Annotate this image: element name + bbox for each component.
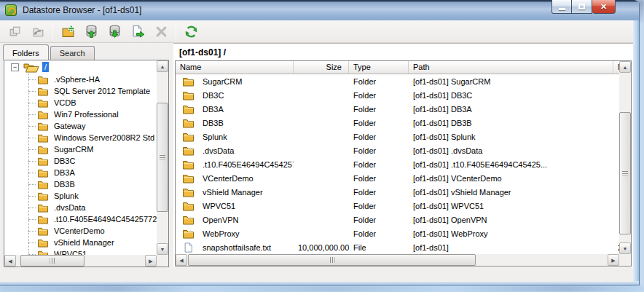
tree-item[interactable]: Win7 Professional [4, 108, 157, 120]
tree-item[interactable]: Gateway [4, 120, 157, 132]
tree-item[interactable]: VCDB [4, 97, 157, 108]
upload-to-datastore-button[interactable] [81, 22, 101, 41]
tree-item[interactable]: .dvsData [4, 202, 157, 213]
type-cell: Folder [349, 133, 409, 141]
tree-connector [28, 242, 36, 243]
tree-item[interactable]: vShield Manager [4, 237, 157, 248]
list-hscrollbar-thumb[interactable] [188, 254, 476, 266]
list-horizontal-scrollbar[interactable]: ◀ ▶ [176, 254, 619, 266]
scroll-up-button[interactable]: ▲ [619, 61, 631, 73]
refresh-button[interactable] [181, 22, 201, 41]
desktop-background: Datastore Browser - [of1-ds01] ✕ [0, 0, 644, 292]
scroll-right-button[interactable]: ▶ [145, 255, 157, 267]
tree-connector [28, 138, 36, 138]
tree-item-root[interactable]: − / [4, 60, 157, 74]
scroll-up-button[interactable]: ▲ [157, 60, 168, 72]
path-cell: [of1-ds01] DB3A [409, 105, 613, 114]
tree-item-label: WPVC51 [52, 250, 88, 255]
list-row[interactable]: OpenVPNFolder[of1-ds01] OpenVPN [176, 213, 619, 226]
folder-icon [37, 122, 49, 131]
tree-item[interactable]: Splunk [4, 190, 157, 202]
folder-icon [182, 118, 195, 128]
path-cell: [of1-ds01] VCenterDemo [409, 174, 613, 183]
file-name-cell: OpenVPN [176, 215, 294, 225]
path-cell: [of1-ds01] .t10.F405E46494C45425... [409, 160, 613, 169]
list-scrollbar-thumb[interactable] [619, 112, 631, 234]
list-row[interactable]: DB3BFolder[of1-ds01] DB3B [176, 116, 619, 130]
tab-folders[interactable]: Folders [3, 44, 49, 60]
taskbar-blur [0, 285, 644, 292]
list-row[interactable]: vShield ManagerFolder[of1-ds01] vShield … [176, 185, 619, 199]
move-to-button[interactable] [28, 22, 48, 41]
folder-icon [37, 110, 49, 119]
list-vertical-scrollbar[interactable]: ▲ ▼ [619, 61, 631, 254]
tree-item[interactable]: DB3B [4, 178, 157, 190]
title-bar[interactable]: Datastore Browser - [of1-ds01] ✕ [0, 0, 639, 20]
tree-item[interactable]: SQL Server 2012 Template [4, 85, 157, 97]
tree-item[interactable]: SugarCRM [4, 143, 157, 155]
column-header-name[interactable]: Name [176, 61, 294, 74]
folder-icon [182, 201, 195, 211]
copy-button[interactable] [4, 22, 25, 41]
scroll-down-button[interactable]: ▼ [619, 242, 631, 254]
close-button[interactable]: ✕ [592, 0, 616, 14]
list-row[interactable]: DB3AFolder[of1-ds01] DB3A [176, 102, 619, 116]
folder-icon [182, 187, 195, 197]
tree-scrollbar-thumb[interactable] [157, 103, 168, 212]
list-row[interactable]: WebProxyFolder[of1-ds01] WebProxy [176, 226, 619, 240]
tree-item[interactable]: DB3C [4, 155, 157, 167]
file-icon [182, 242, 195, 253]
folder-icon [182, 132, 195, 142]
type-cell: Folder [349, 188, 409, 197]
folder-icon [182, 173, 195, 184]
tree-item[interactable]: VCenterDemo [4, 225, 157, 237]
list-row[interactable]: .dvsDataFolder[of1-ds01] .dvsData [176, 143, 619, 157]
tree-item[interactable]: WPVC51 [4, 248, 157, 255]
column-header-path[interactable]: Path [409, 61, 613, 74]
tree-item-label: DB3B [52, 180, 76, 189]
tree-item-label: DB3A [52, 168, 76, 177]
tree-connector [28, 114, 36, 115]
tree-hscrollbar-thumb[interactable] [20, 255, 85, 267]
file-name-cell: .dvsData [176, 146, 294, 156]
vsphere-app-icon [5, 4, 17, 16]
list-row[interactable]: WPVC51Folder[of1-ds01] WPVC51 [176, 199, 619, 213]
list-row[interactable]: SugarCRMFolder[of1-ds01] SugarCRM [176, 74, 619, 88]
size-cell: 10,000,000.00 K [294, 243, 349, 252]
copy-icon [8, 25, 22, 39]
tree-vertical-scrollbar[interactable]: ▲ ▼ [157, 60, 168, 255]
tree-item[interactable]: .vSphere-HA [4, 74, 157, 85]
toolbar-separator [176, 23, 176, 39]
list-row[interactable]: snapshotfailsafe.txt10,000,000.00 KFile[… [176, 240, 619, 254]
column-header-type[interactable]: Type [349, 61, 409, 74]
scroll-left-button[interactable]: ◀ [176, 254, 187, 266]
copy-to-button[interactable] [127, 22, 148, 41]
list-column-headers: NameSizeTypePathMo [176, 61, 619, 74]
folder-icon [37, 192, 49, 201]
column-header-mo[interactable]: Mo [613, 61, 619, 74]
folder-icon [37, 133, 49, 143]
collapse-icon[interactable]: − [11, 63, 19, 71]
scroll-right-button[interactable]: ▶ [608, 254, 619, 266]
tree-connector [28, 103, 36, 103]
list-row[interactable]: VCenterDemoFolder[of1-ds01] VCenterDemo [176, 171, 619, 185]
tree-item[interactable]: DB3A [4, 167, 157, 178]
delete-button[interactable] [151, 22, 171, 41]
folder-icon [37, 203, 49, 213]
column-header-size[interactable]: Size [294, 61, 349, 74]
download-from-datastore-button[interactable] [104, 22, 125, 41]
scroll-down-button[interactable]: ▼ [157, 243, 168, 255]
list-row[interactable]: DB3CFolder[of1-ds01] DB3C [176, 88, 619, 102]
tree-connector [28, 126, 36, 127]
file-name-cell: .t10.F405E46494C4542577272... [176, 159, 294, 170]
tree-item[interactable]: .t10.F405E46494C45425772 [4, 213, 157, 225]
maximize-button[interactable] [572, 0, 592, 14]
new-folder-button[interactable] [58, 22, 78, 41]
minimize-button[interactable] [551, 0, 572, 14]
list-row[interactable]: SplunkFolder[of1-ds01] Splunk [176, 130, 619, 143]
list-row[interactable]: .t10.F405E46494C4542577272...Folder[of1-… [176, 157, 619, 171]
scroll-left-button[interactable]: ◀ [4, 255, 16, 267]
tab-search[interactable]: Search [50, 46, 95, 60]
tree-horizontal-scrollbar[interactable]: ◀ ▶ [4, 255, 157, 267]
tree-item[interactable]: Windows Server2008R2 Std [4, 132, 157, 143]
